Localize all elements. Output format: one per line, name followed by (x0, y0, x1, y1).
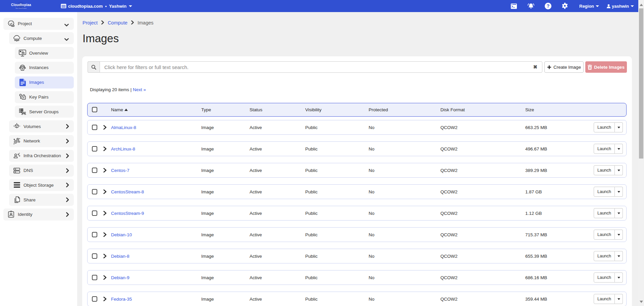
svg-text:?: ? (547, 3, 550, 9)
